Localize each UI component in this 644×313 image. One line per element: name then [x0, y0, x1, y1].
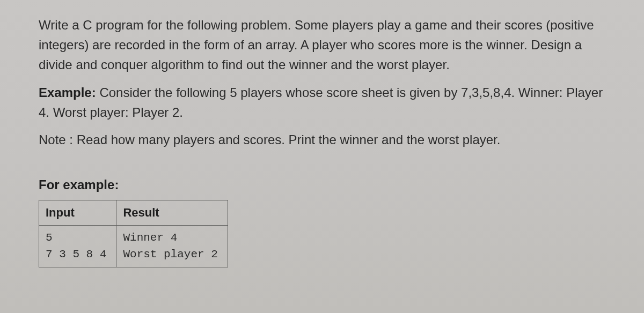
note-paragraph: Note : Read how many players and scores.…	[39, 130, 611, 150]
table-header-result: Result	[116, 200, 228, 226]
example-table: Input Result 5 7 3 5 8 4 Winner 4 Worst …	[39, 200, 228, 267]
problem-statement: Write a C program for the following prob…	[39, 15, 611, 75]
document-page: Write a C program for the following prob…	[0, 0, 644, 267]
example-label: Example:	[39, 85, 96, 100]
table-header-row: Input Result	[39, 200, 228, 226]
table-cell-input: 5 7 3 5 8 4	[39, 226, 116, 267]
example-text: Consider the following 5 players whose s…	[39, 85, 603, 120]
for-example-heading: For example:	[39, 177, 611, 192]
table-header-input: Input	[39, 200, 116, 226]
table-cell-result: Winner 4 Worst player 2	[116, 226, 228, 267]
example-paragraph: Example: Consider the following 5 player…	[39, 83, 611, 122]
table-row: 5 7 3 5 8 4 Winner 4 Worst player 2	[39, 226, 228, 267]
